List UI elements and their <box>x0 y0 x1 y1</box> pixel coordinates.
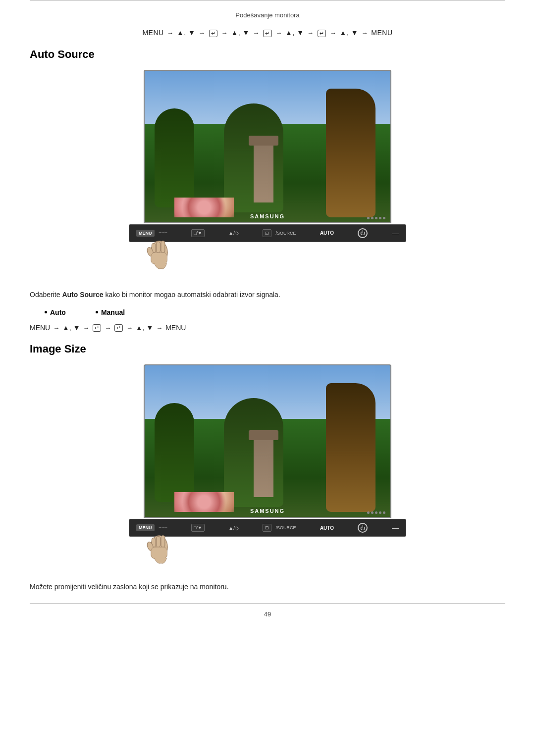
ctrl-auto-text-1: AUTO <box>320 230 334 236</box>
pagoda <box>254 143 273 202</box>
auto-source-monitor-screen: SAMSUNG <box>144 70 391 223</box>
svg-rect-7 <box>157 537 160 548</box>
ctrl-adjust-1: ▲/◇ <box>228 230 239 236</box>
bullet-auto: Auto <box>45 308 66 316</box>
ctrl-group-mid2-1: ▲/◇ <box>228 230 239 236</box>
ctrl-adjust-2: ▲/◇ <box>228 525 239 531</box>
ctrl-source-btn-1: ⊡ <box>263 229 271 237</box>
bullet-manual-label: Manual <box>101 308 125 316</box>
pagoda-2 <box>254 438 273 497</box>
ctrl-group-mid3-2: ⊡ /SOURCE <box>263 524 296 532</box>
bullet-manual: Manual <box>96 308 125 316</box>
ctrl-group-mid1-2: □/▼ <box>191 524 205 532</box>
ctrl-source-text-2: /SOURCE <box>275 525 296 530</box>
ctrl-menu-label-2: MENU <box>136 524 155 531</box>
ctrl-power-btn-1: ⏻ <box>358 228 368 238</box>
ctrl-auto-text-2: AUTO <box>320 525 334 531</box>
samsung-logo-1: SAMSUNG <box>250 213 285 219</box>
ctrl-menu-label-1: MENU <box>136 230 155 237</box>
svg-rect-1 <box>157 242 160 252</box>
auto-source-title: Auto Source <box>30 48 505 61</box>
nav-formula-top: MENU → ▲, ▼ → ↵ → ▲, ▼ → ↵ → ▲, ▼ → ↵ → … <box>30 29 505 37</box>
tree-left <box>155 108 194 207</box>
bullet-auto-label: Auto <box>50 308 66 316</box>
auto-source-monitor-wrapper: SAMSUNG MENU 〜〜 □/▼ ▲/◇ ⊡ <box>30 70 505 277</box>
image-size-title: Image Size <box>30 343 505 355</box>
svg-rect-8 <box>161 536 165 547</box>
page-container: Podešavanje monitora MENU → ▲, ▼ → ↵ → ▲… <box>0 0 535 756</box>
ctrl-nav-btn-1: □/▼ <box>191 229 205 237</box>
ctrl-source-btn-2: ⊡ <box>263 524 271 532</box>
ctrl-wavy-1: 〜〜 <box>159 230 167 236</box>
hand-wrapper-1 <box>129 237 406 272</box>
ctrl-group-auto-1: AUTO <box>320 230 334 236</box>
tree-left-2 <box>155 403 194 502</box>
svg-rect-2 <box>161 241 165 252</box>
auto-source-bold: Auto Source <box>62 291 103 299</box>
nav-formula-auto-source-bottom: MENU → ▲, ▼ → ↵ → ↵ → ▲, ▼ → MENU <box>30 324 505 332</box>
ctrl-group-mid3-1: ⊡ /SOURCE <box>263 229 296 237</box>
image-size-monitor-screen: SAMSUNG <box>144 364 391 518</box>
bullet-dot-1 <box>45 311 47 313</box>
image-size-monitor-wrapper: SAMSUNG MENU 〜〜 □/▼ ▲/◇ ⊡ <box>30 364 505 571</box>
bullet-dot-2 <box>96 311 98 313</box>
bottom-border <box>30 603 505 604</box>
hand-wrapper-2 <box>129 532 406 566</box>
top-border <box>30 0 505 5</box>
ctrl-group-auto-2: AUTO <box>320 525 334 531</box>
tree-right <box>326 89 375 217</box>
hand-icon-2 <box>144 532 178 566</box>
ctrl-nav-btn-2: □/▼ <box>191 524 205 532</box>
status-dots-2 <box>367 511 385 514</box>
status-dots-1 <box>367 217 385 219</box>
ctrl-group-mid2-2: ▲/◇ <box>228 525 239 531</box>
header-title: Podešavanje monitora <box>235 11 299 19</box>
ctrl-wavy-2: 〜〜 <box>159 525 167 531</box>
ctrl-group-mid1-1: □/▼ <box>191 229 205 237</box>
ctrl-group-left-2: MENU 〜〜 <box>136 524 167 531</box>
ctrl-minus-2: — <box>392 524 399 532</box>
ctrl-group-left-1: MENU 〜〜 <box>136 230 167 237</box>
hand-icon-1 <box>144 237 178 272</box>
auto-source-bullets: Auto Manual <box>45 308 505 316</box>
flowers <box>174 198 234 217</box>
page-number: 49 <box>0 610 535 618</box>
content-area: MENU → ▲, ▼ → ↵ → ▲, ▼ → ↵ → ▲, ▼ → ↵ → … <box>30 29 505 593</box>
tree-right-2 <box>326 383 375 512</box>
auto-source-description: Odaberite Auto Source kako bi monitor mo… <box>30 289 505 301</box>
ctrl-source-text-1: /SOURCE <box>275 231 296 236</box>
image-size-description: Možete promijeniti veličinu zaslona koji… <box>30 581 505 593</box>
page-header: Podešavanje monitora <box>0 11 535 19</box>
flowers-2 <box>174 492 234 512</box>
ctrl-minus-1: — <box>392 229 399 237</box>
svg-rect-5 <box>151 252 167 264</box>
ctrl-power-btn-2: ⏻ <box>358 523 368 533</box>
samsung-logo-2: SAMSUNG <box>250 508 285 514</box>
svg-rect-11 <box>151 548 167 559</box>
